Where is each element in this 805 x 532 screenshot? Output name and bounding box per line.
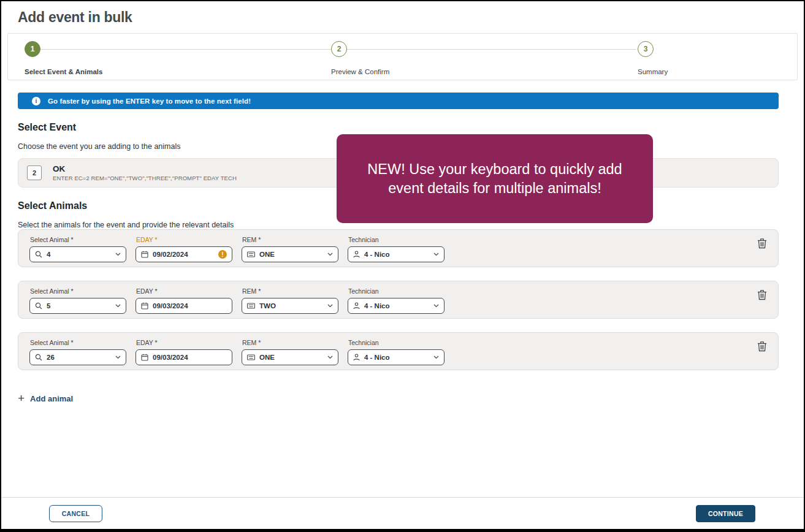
technician-label: Technician xyxy=(348,236,444,243)
eday-date-input[interactable]: 09/02/2024 ! xyxy=(135,246,232,262)
search-icon xyxy=(35,251,42,258)
tooltip-text: NEW! Use your keyboard to quickly add ev… xyxy=(353,160,637,198)
select-event-heading: Select Event xyxy=(18,122,804,133)
technician-value: 4 - Nico xyxy=(364,302,431,310)
cancel-button[interactable]: CANCEL xyxy=(49,505,102,522)
stepper-step-2: 2 Preview & Confirm xyxy=(331,41,389,75)
person-icon xyxy=(353,354,360,361)
eday-label: EDAY * xyxy=(136,339,232,346)
animal-value: 4 xyxy=(47,251,113,258)
rem-select[interactable]: ONE xyxy=(242,246,338,262)
search-icon xyxy=(35,354,42,361)
keyboard-icon xyxy=(247,354,255,360)
delete-row-button[interactable] xyxy=(756,340,768,353)
animal-row: Select Animal * 26 EDAY * 09/03/2024 ! R… xyxy=(18,332,779,370)
keyboard-icon xyxy=(247,251,255,257)
info-banner: i Go faster by using the ENTER key to mo… xyxy=(18,93,779,109)
warning-icon: ! xyxy=(218,250,227,259)
step-1-label: Select Event & Animals xyxy=(25,68,102,75)
technician-select[interactable]: 4 - Nico xyxy=(348,246,444,262)
search-icon xyxy=(35,302,42,310)
event-details: ENTER EC=2 REM="ONE","TWO","THREE","PROM… xyxy=(53,175,237,181)
eday-date-input[interactable]: 09/03/2024 ! xyxy=(135,349,232,365)
animal-select[interactable]: 26 xyxy=(29,349,126,365)
technician-label: Technician xyxy=(348,339,444,346)
rem-label: REM * xyxy=(242,339,338,346)
step-3-circle: 3 xyxy=(638,41,654,57)
rem-value: ONE xyxy=(259,354,325,361)
person-icon xyxy=(353,251,360,258)
technician-label: Technician xyxy=(348,287,444,295)
eday-date-input[interactable]: 09/03/2024 ! xyxy=(135,298,232,314)
step-2-circle: 2 xyxy=(331,41,347,57)
select-animal-label: Select Animal * xyxy=(30,287,126,295)
banner-text: Go faster by using the ENTER key to move… xyxy=(48,97,251,105)
event-name: OK xyxy=(53,164,237,173)
technician-value: 4 - Nico xyxy=(364,354,431,361)
rem-value: ONE xyxy=(259,251,325,258)
footer-bar: CANCEL CONTINUE xyxy=(1,497,804,529)
eday-label: EDAY * xyxy=(136,236,232,243)
chevron-down-icon xyxy=(327,304,333,308)
rem-value: TWO xyxy=(259,302,325,310)
continue-button[interactable]: CONTINUE xyxy=(696,505,755,522)
calendar-icon xyxy=(141,354,148,361)
chevron-down-icon xyxy=(433,355,439,359)
technician-select[interactable]: 4 - Nico xyxy=(348,298,444,314)
rem-select[interactable]: ONE xyxy=(242,349,338,365)
eday-label: EDAY * xyxy=(136,287,232,295)
person-icon xyxy=(353,302,360,310)
animal-value: 26 xyxy=(47,354,113,361)
calendar-icon xyxy=(141,251,148,258)
eday-value: 09/03/2024 xyxy=(153,302,227,310)
step-1-circle: 1 xyxy=(25,41,40,57)
rem-select[interactable]: TWO xyxy=(242,298,338,314)
calendar-icon xyxy=(141,302,148,310)
technician-value: 4 - Nico xyxy=(364,251,431,258)
step-3-label: Summary xyxy=(638,68,668,75)
add-animal-button[interactable]: + Add animal xyxy=(18,393,73,403)
chevron-down-icon xyxy=(327,253,333,256)
animal-row: Select Animal * 5 EDAY * 09/03/2024 ! RE… xyxy=(18,281,779,319)
select-animal-label: Select Animal * xyxy=(30,339,126,346)
event-hotkey-badge: 2 xyxy=(27,165,42,180)
chevron-down-icon xyxy=(115,253,121,256)
animal-select[interactable]: 5 xyxy=(29,298,126,314)
keyboard-icon xyxy=(247,303,255,309)
eday-value: 09/03/2024 xyxy=(153,354,227,361)
rem-label: REM * xyxy=(242,236,338,243)
chevron-down-icon xyxy=(327,355,333,359)
delete-row-button[interactable] xyxy=(756,288,768,302)
stepper: 1 Select Event & Animals 2 Preview & Con… xyxy=(7,33,798,80)
technician-select[interactable]: 4 - Nico xyxy=(348,349,444,365)
info-icon: i xyxy=(32,97,40,105)
chevron-down-icon xyxy=(115,355,121,359)
delete-row-button[interactable] xyxy=(756,237,768,250)
keyboard-feature-tooltip: NEW! Use your keyboard to quickly add ev… xyxy=(337,134,653,223)
eday-value: 09/02/2024 xyxy=(153,251,218,258)
animal-select[interactable]: 4 xyxy=(29,246,126,262)
select-animal-label: Select Animal * xyxy=(30,236,126,243)
plus-icon: + xyxy=(18,393,25,403)
page-title: Add event in bulk xyxy=(18,9,804,26)
add-animal-label: Add animal xyxy=(30,394,73,403)
animal-value: 5 xyxy=(47,302,113,310)
stepper-step-1: 1 Select Event & Animals xyxy=(25,41,102,75)
chevron-down-icon xyxy=(433,304,439,308)
stepper-step-3: 3 Summary xyxy=(638,41,668,75)
animal-row: Select Animal * 4 EDAY * 09/02/2024 ! RE… xyxy=(18,229,779,267)
chevron-down-icon xyxy=(433,253,439,256)
rem-label: REM * xyxy=(242,287,338,295)
step-2-label: Preview & Confirm xyxy=(331,68,389,75)
chevron-down-icon xyxy=(115,304,121,308)
